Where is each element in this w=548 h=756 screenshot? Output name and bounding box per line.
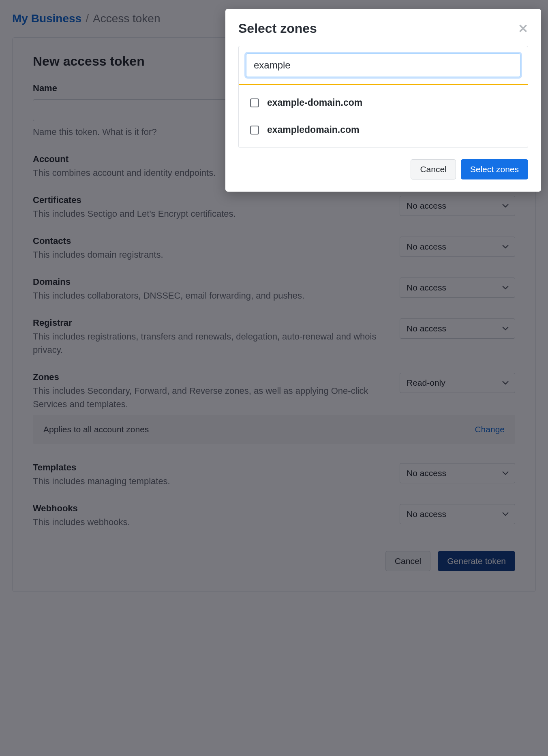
select-zones-modal: Select zones ✕ example-domain.com exampl… <box>225 9 541 192</box>
zone-label: exampledomain.com <box>267 124 360 135</box>
zone-item[interactable]: example-domain.com <box>239 89 528 116</box>
zone-search-input[interactable] <box>246 53 520 77</box>
close-icon[interactable]: ✕ <box>518 23 528 35</box>
zone-label: example-domain.com <box>267 97 362 108</box>
modal-cancel-button[interactable]: Cancel <box>411 159 456 179</box>
modal-select-zones-button[interactable]: Select zones <box>461 159 528 179</box>
zone-checkbox[interactable] <box>250 98 259 107</box>
modal-title: Select zones <box>238 21 317 36</box>
zone-list: example-domain.com exampledomain.com <box>239 85 528 147</box>
zone-checkbox[interactable] <box>250 126 259 135</box>
zone-item[interactable]: exampledomain.com <box>239 116 528 143</box>
